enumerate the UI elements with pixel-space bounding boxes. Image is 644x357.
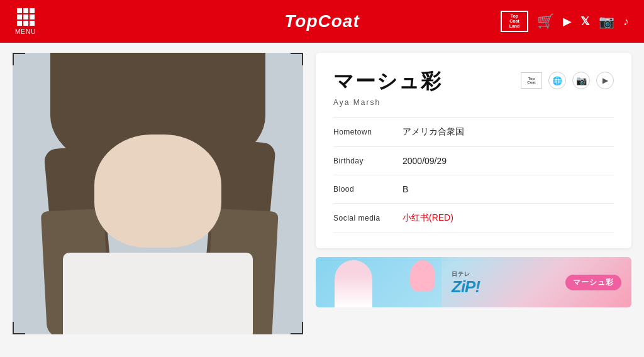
- menu-label: MENU: [15, 28, 36, 35]
- frame-corner-bl: [13, 322, 25, 334]
- logo-text: TopCoatLand: [509, 14, 520, 28]
- frame-corner-tl: [13, 53, 25, 65]
- menu-grid-icon: [17, 8, 35, 26]
- menu-button[interactable]: MENU: [15, 8, 36, 35]
- table-row: Social media 小红书(RED): [333, 204, 614, 233]
- profile-card: マーシュ彩 Aya Marsh TopCoat 🌐 📷 ▶ Hometown ア…: [316, 53, 631, 248]
- zip-text: ZiP!: [452, 277, 480, 296]
- weibo-icon[interactable]: 🌐: [548, 72, 566, 89]
- blood-label: Blood: [333, 175, 402, 204]
- banner-info-right: 日テレ ZiP! マーシュ彩: [441, 270, 631, 295]
- banner-person-silhouette: [335, 260, 372, 307]
- header-right-icons: TopCoatLand 🛒 ▶ 𝕏 📷 ♪: [501, 11, 629, 32]
- topcoat-profile-logo[interactable]: TopCoat: [521, 72, 542, 89]
- banner-balloon-decoration: [410, 260, 435, 292]
- social-media-label: Social media: [333, 204, 402, 233]
- photo-column: [13, 53, 303, 347]
- instagram-icon[interactable]: 📷: [599, 14, 614, 29]
- site-title: TopCoat: [284, 11, 360, 31]
- youtube-profile-icon[interactable]: ▶: [596, 72, 614, 89]
- photo-frame: [13, 53, 303, 334]
- hometown-value: アメリカ合衆国: [402, 118, 614, 147]
- header: MENU TopCoat TopCoatLand 🛒 ▶ 𝕏 📷 ♪: [0, 0, 644, 43]
- table-row: Birthday 2000/09/29: [333, 147, 614, 175]
- banner-show-logo: 日テレ ZiP!: [452, 270, 480, 295]
- profile-table: Hometown アメリカ合衆国 Birthday 2000/09/29 Blo…: [333, 117, 614, 233]
- profile-header: マーシュ彩 Aya Marsh TopCoat 🌐 📷 ▶: [333, 68, 614, 107]
- table-row: Blood B: [333, 175, 614, 204]
- instagram-profile-icon[interactable]: 📷: [572, 72, 590, 89]
- blood-value: B: [402, 175, 614, 204]
- profile-social-icons: TopCoat 🌐 📷 ▶: [521, 72, 614, 89]
- banner-talent-name: マーシュ彩: [565, 275, 621, 290]
- banner-show-title: ZiP!: [452, 278, 480, 295]
- social-media-value[interactable]: 小红书(RED): [402, 204, 614, 233]
- frame-corner-tr: [291, 53, 303, 65]
- frame-corner-br: [291, 322, 303, 334]
- table-row: Hometown アメリカ合衆国: [333, 118, 614, 147]
- banner-image-left: [316, 257, 441, 307]
- youtube-icon[interactable]: ▶: [563, 14, 572, 28]
- talent-name-english: Aya Marsh: [333, 98, 442, 107]
- bottom-banner[interactable]: 日テレ ZiP! マーシュ彩: [316, 257, 631, 307]
- main-content: マーシュ彩 Aya Marsh TopCoat 🌐 📷 ▶ Hometown ア…: [0, 43, 644, 357]
- birthday-label: Birthday: [333, 147, 402, 175]
- twitter-icon[interactable]: 𝕏: [580, 14, 590, 28]
- birthday-value: 2000/09/29: [402, 147, 614, 175]
- hometown-label: Hometown: [333, 118, 402, 147]
- cart-icon[interactable]: 🛒: [537, 13, 554, 30]
- talent-name-japanese: マーシュ彩: [333, 68, 442, 96]
- profile-column: マーシュ彩 Aya Marsh TopCoat 🌐 📷 ▶ Hometown ア…: [316, 53, 631, 347]
- tiktok-icon[interactable]: ♪: [623, 15, 629, 28]
- topcoat-land-logo[interactable]: TopCoatLand: [501, 11, 528, 32]
- talent-portrait: [13, 53, 303, 334]
